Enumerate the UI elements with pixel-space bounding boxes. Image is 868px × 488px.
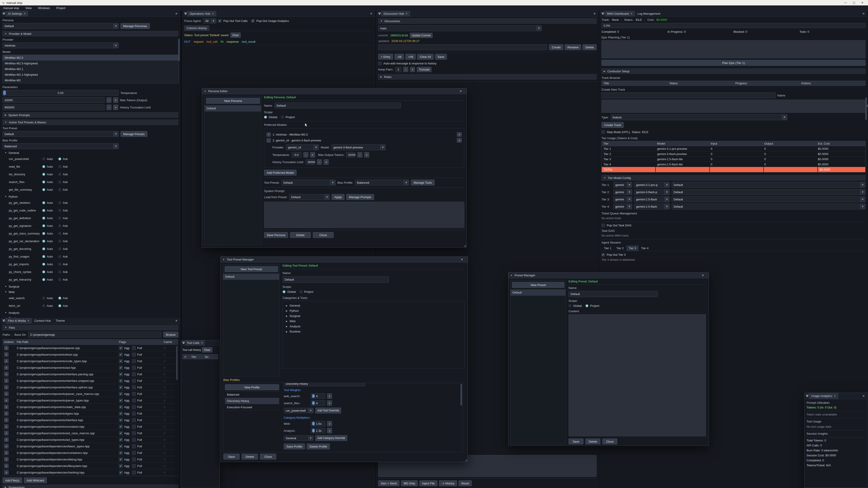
auto-radio[interactable]: [42, 209, 45, 212]
agent-stream-tab[interactable]: Tier 3: [626, 246, 639, 251]
tab-close-icon[interactable]: ✕: [24, 12, 26, 15]
persona-footer-button[interactable]: Close: [313, 232, 334, 238]
close-icon[interactable]: ✕: [861, 1, 864, 4]
menu-item[interactable]: View: [25, 6, 32, 10]
category-override-select[interactable]: General▼: [284, 435, 313, 441]
auto-radio[interactable]: [42, 304, 45, 307]
tier-preset-select[interactable]: Default▼: [672, 182, 866, 188]
preset-footer-button[interactable]: Save: [568, 438, 583, 445]
tool-override-select[interactable]: run_powershell▼: [284, 408, 313, 413]
panel-close-icon[interactable]: ✕: [368, 11, 375, 17]
provider-model-header[interactable]: ▼Provider & Model: [2, 31, 178, 36]
auto-radio[interactable]: [42, 263, 45, 266]
bias-profile-select[interactable]: Balanced▼: [2, 143, 119, 149]
remove-weight-button[interactable]: x: [327, 393, 332, 399]
entry-button[interactable]: -All: [395, 54, 404, 60]
auto-radio[interactable]: [42, 217, 45, 220]
remove-file-button[interactable]: x: [4, 470, 8, 475]
pm-max-out-decrement-button[interactable]: -: [358, 152, 362, 158]
category-row[interactable]: ▶General: [286, 303, 465, 308]
tab-operations-hub[interactable]: Operations Hub✕: [187, 11, 216, 17]
add-preferred-model-button[interactable]: Add Preferred Model: [264, 170, 297, 175]
auto-add-checkbox[interactable]: [378, 62, 381, 65]
auto-radio[interactable]: [42, 248, 45, 250]
tab-tool-calls[interactable]: Tool Calls✕: [185, 340, 205, 346]
system-prompts-header[interactable]: ▶System Prompts: [2, 112, 178, 118]
agent-stream-tab[interactable]: Tier 1: [601, 246, 614, 251]
popout-tier3-checkbox[interactable]: ✓: [601, 253, 605, 256]
pe-tool-preset-select[interactable]: Default▼: [281, 180, 336, 186]
pm-provider-select[interactable]: gemini_cli▼: [286, 144, 319, 150]
tier-model-select[interactable]: gemini-3-flash-p▼: [634, 189, 670, 195]
panel-collapse-icon[interactable]: [182, 341, 185, 344]
history-limit-input[interactable]: 900000: [2, 104, 105, 110]
preset-name-input[interactable]: Default: [568, 291, 658, 297]
popout-usage-checkbox[interactable]: ✓: [251, 19, 254, 23]
tpm-titlebar[interactable]: ▼ Tool Preset Manager ✕: [221, 257, 468, 263]
discussion-name-input[interactable]: [378, 44, 547, 50]
tab-log-management[interactable]: Log Management: [635, 11, 663, 17]
weight-slider[interactable]: 1.5x: [311, 421, 325, 426]
slider-thumb[interactable]: [312, 422, 315, 425]
minimize-icon[interactable]: —: [844, 1, 847, 4]
category-row[interactable]: ▶Runtime: [286, 329, 465, 334]
new-persona-button[interactable]: New Persona: [206, 98, 260, 104]
ask-radio[interactable]: [58, 217, 61, 220]
remove-weight-button[interactable]: x: [327, 421, 332, 426]
full-checkbox[interactable]: [132, 470, 136, 475]
tab-ai-settings[interactable]: AI Settings✕: [5, 11, 28, 17]
ask-radio[interactable]: [58, 278, 61, 281]
category-row[interactable]: ▶Analysis: [286, 324, 465, 329]
auto-radio[interactable]: [42, 158, 45, 160]
full-checkbox[interactable]: [132, 366, 136, 369]
add-wildcard-button[interactable]: Add Wildcard: [24, 477, 47, 483]
manage-tools-button[interactable]: Manage Tools: [411, 180, 435, 186]
tpm-scope-global-radio[interactable]: [283, 290, 285, 293]
screenshots-header[interactable]: ▶Screenshots: [2, 485, 178, 488]
clear-status-button[interactable]: Clear: [230, 33, 241, 38]
remove-file-button[interactable]: x: [4, 365, 8, 370]
ask-radio[interactable]: [58, 263, 61, 266]
agg-checkbox[interactable]: ✓: [119, 470, 123, 475]
preset-manager-titlebar[interactable]: ▼ Preset Manager ✕: [508, 272, 709, 278]
clear-tool-calls-button[interactable]: Clear: [202, 347, 213, 352]
ask-radio[interactable]: [58, 165, 61, 168]
full-checkbox[interactable]: [132, 412, 136, 416]
ask-radio[interactable]: [58, 224, 61, 227]
auto-radio[interactable]: [42, 232, 45, 235]
tier-provider-select[interactable]: gemini▼: [613, 196, 632, 202]
remove-file-button[interactable]: x: [4, 385, 8, 390]
auto-radio[interactable]: [42, 201, 45, 204]
scrollbar-thumb[interactable]: [178, 39, 180, 61]
panel-close-icon[interactable]: ✕: [173, 11, 180, 17]
agg-checkbox[interactable]: ✓: [119, 392, 123, 396]
reorder-button[interactable]: -: [267, 138, 271, 142]
conductor-setup-header[interactable]: ▶Conductor Setup: [601, 68, 866, 74]
pm-max-out-input[interactable]: 32000: [346, 152, 355, 158]
tier-preset-select[interactable]: Default▼: [672, 203, 866, 209]
epic-planning-textarea[interactable]: [601, 40, 866, 58]
roles-header[interactable]: ▶Roles: [378, 74, 596, 79]
remove-file-button[interactable]: x: [4, 444, 8, 449]
profile-name-input[interactable]: Discovery-Heavy: [284, 383, 365, 386]
agg-checkbox[interactable]: ✓: [119, 431, 123, 435]
panel-collapse-icon[interactable]: [378, 12, 381, 15]
manage-personas-button[interactable]: Manage Personas: [121, 23, 150, 29]
auto-radio[interactable]: [42, 173, 45, 176]
preset-content-textarea[interactable]: [568, 314, 706, 436]
tool-group-header[interactable]: ▼Python: [2, 194, 178, 199]
new-profile-button[interactable]: New Profile: [225, 384, 279, 390]
slider-thumb[interactable]: [312, 401, 315, 405]
entry-button[interactable]: Save: [435, 54, 447, 60]
full-checkbox[interactable]: [132, 431, 136, 435]
tpm-footer-button[interactable]: Delete: [242, 454, 258, 459]
auto-radio[interactable]: [42, 255, 45, 258]
ask-radio[interactable]: [58, 173, 61, 176]
maximize-icon[interactable]: ▢: [853, 1, 855, 4]
tab-close-icon[interactable]: ✕: [27, 319, 29, 322]
apply-button[interactable]: Apply: [332, 194, 344, 200]
persona-editor-titlebar[interactable]: ▼ Persona Editor ✕: [202, 88, 467, 94]
tool-group-header[interactable]: ▼General: [2, 151, 178, 155]
tab-usage-analytics[interactable]: Usage Analytics✕: [809, 393, 838, 399]
remove-file-button[interactable]: x: [4, 392, 8, 396]
